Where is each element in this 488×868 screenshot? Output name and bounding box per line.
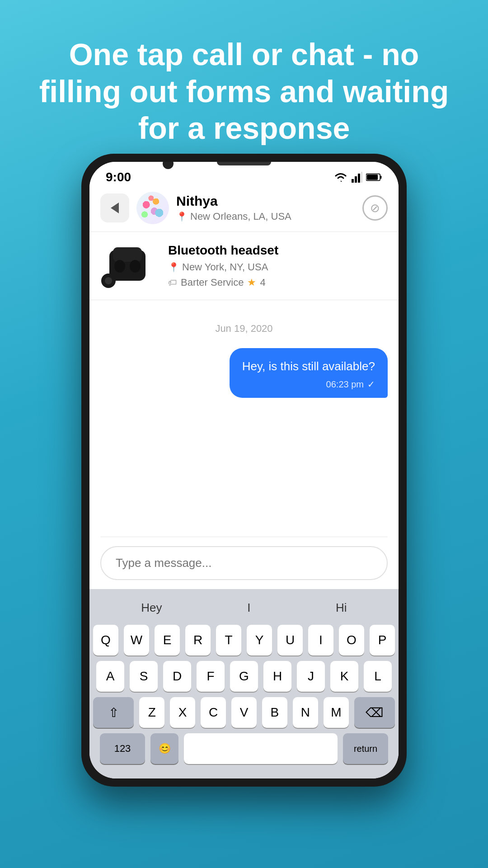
date-divider: Jun 19, 2020 <box>100 323 388 335</box>
listing-title: Bluetooth headset <box>168 243 388 258</box>
key-n[interactable]: N <box>293 697 318 728</box>
listing-location-pin-icon: 📍 <box>168 262 179 273</box>
key-a[interactable]: A <box>96 661 124 692</box>
listing-rating: 4 <box>260 277 265 288</box>
message-input[interactable] <box>100 546 388 580</box>
signal-icon <box>352 172 362 183</box>
key-m[interactable]: M <box>324 697 349 728</box>
keyboard-row-3: ⇧ Z X C V B N M ⌫ <box>89 697 399 728</box>
status-icons <box>333 172 382 183</box>
backspace-key[interactable]: ⌫ <box>354 697 395 728</box>
svg-rect-5 <box>380 176 381 179</box>
key-v[interactable]: V <box>231 697 257 728</box>
phone-camera <box>163 162 174 169</box>
block-button[interactable]: ⊘ <box>362 195 388 221</box>
bubble-footer: 06:23 pm ✓ <box>242 378 375 391</box>
tag-icon: 🏷 <box>168 278 177 288</box>
back-chevron-icon <box>111 203 119 213</box>
contact-location: 📍 New Orleans, LA, USA <box>176 211 355 222</box>
key-i[interactable]: I <box>308 625 333 656</box>
key-j[interactable]: J <box>297 661 325 692</box>
svg-rect-6 <box>367 175 378 179</box>
status-time: 9:00 <box>106 170 131 184</box>
back-button[interactable] <box>100 193 129 222</box>
return-key[interactable]: return <box>343 733 388 764</box>
suggestions-row: Hey I Hi <box>89 594 399 625</box>
svg-rect-3 <box>361 172 362 183</box>
key-b[interactable]: B <box>262 697 287 728</box>
key-d[interactable]: D <box>163 661 191 692</box>
location-pin-icon: 📍 <box>176 211 188 222</box>
key-o[interactable]: O <box>339 625 364 656</box>
headset-image-svg <box>100 241 159 291</box>
key-p[interactable]: P <box>370 625 395 656</box>
hero-title: One tap call or chat - no filling out fo… <box>0 0 488 165</box>
emoji-key[interactable]: 😊 <box>150 733 178 764</box>
avatar-image <box>136 192 169 224</box>
listing-image <box>100 241 159 291</box>
svg-rect-2 <box>358 174 360 183</box>
battery-icon <box>366 173 382 182</box>
svg-point-12 <box>105 277 112 284</box>
keyboard: Hey I Hi Q W E R T Y U I O P A S D <box>89 589 399 778</box>
contact-name: Nithya <box>176 193 355 209</box>
space-key[interactable] <box>184 733 338 764</box>
key-f[interactable]: F <box>197 661 225 692</box>
key-q[interactable]: Q <box>93 625 118 656</box>
svg-rect-1 <box>355 176 357 183</box>
suggestion-hi[interactable]: Hi <box>327 598 356 618</box>
svg-point-9 <box>114 260 125 273</box>
svg-rect-0 <box>352 179 354 183</box>
input-area <box>89 537 399 589</box>
key-y[interactable]: Y <box>247 625 272 656</box>
svg-rect-8 <box>113 247 142 262</box>
keyboard-row-4: 123 😊 return <box>89 733 399 764</box>
listing-card[interactable]: Bluetooth headset 📍 New York, NY, USA 🏷 … <box>89 232 399 300</box>
key-e[interactable]: E <box>155 625 180 656</box>
key-c[interactable]: C <box>201 697 226 728</box>
block-icon: ⊘ <box>370 201 380 215</box>
contact-location-text: New Orleans, LA, USA <box>190 211 291 222</box>
suggestion-hey[interactable]: Hey <box>132 598 171 618</box>
chat-header: Nithya 📍 New Orleans, LA, USA ⊘ <box>89 187 399 232</box>
listing-location: 📍 New York, NY, USA <box>168 261 388 273</box>
key-l[interactable]: L <box>364 661 392 692</box>
key-w[interactable]: W <box>124 625 149 656</box>
key-g[interactable]: G <box>230 661 258 692</box>
contact-info: Nithya 📍 New Orleans, LA, USA <box>176 193 355 222</box>
key-t[interactable]: T <box>216 625 241 656</box>
suggestion-i[interactable]: I <box>238 598 259 618</box>
shift-key[interactable]: ⇧ <box>93 697 134 728</box>
listing-location-text: New York, NY, USA <box>182 261 268 273</box>
key-s[interactable]: S <box>130 661 158 692</box>
phone-screen: 9:00 <box>89 162 399 778</box>
message-text: Hey, is this still available? <box>242 359 375 373</box>
svg-point-10 <box>130 260 141 273</box>
chat-area: Jun 19, 2020 Hey, is this still availabl… <box>89 300 399 537</box>
listing-details: Bluetooth headset 📍 New York, NY, USA 🏷 … <box>168 243 388 288</box>
status-bar: 9:00 <box>89 162 399 187</box>
message-time: 06:23 pm <box>326 378 364 391</box>
key-h[interactable]: H <box>263 661 291 692</box>
key-x[interactable]: X <box>170 697 195 728</box>
avatar <box>136 192 169 224</box>
keyboard-row-2: A S D F G H J K L <box>89 661 399 692</box>
outgoing-message: Hey, is this still available? 06:23 pm ✓ <box>100 348 388 398</box>
wifi-icon <box>333 172 348 183</box>
message-bubble: Hey, is this still available? 06:23 pm ✓ <box>230 348 388 398</box>
phone-frame: 9:00 <box>81 154 407 787</box>
key-u[interactable]: U <box>277 625 303 656</box>
phone-speaker <box>217 162 271 165</box>
check-icon: ✓ <box>367 378 375 391</box>
keyboard-row-1: Q W E R T Y U I O P <box>89 625 399 656</box>
key-z[interactable]: Z <box>139 697 164 728</box>
listing-meta: 🏷 Barter Service ★ 4 <box>168 277 388 288</box>
key-r[interactable]: R <box>185 625 211 656</box>
numbers-key[interactable]: 123 <box>100 733 145 764</box>
star-icon: ★ <box>247 277 256 288</box>
listing-type: Barter Service <box>181 277 244 288</box>
key-k[interactable]: K <box>330 661 358 692</box>
